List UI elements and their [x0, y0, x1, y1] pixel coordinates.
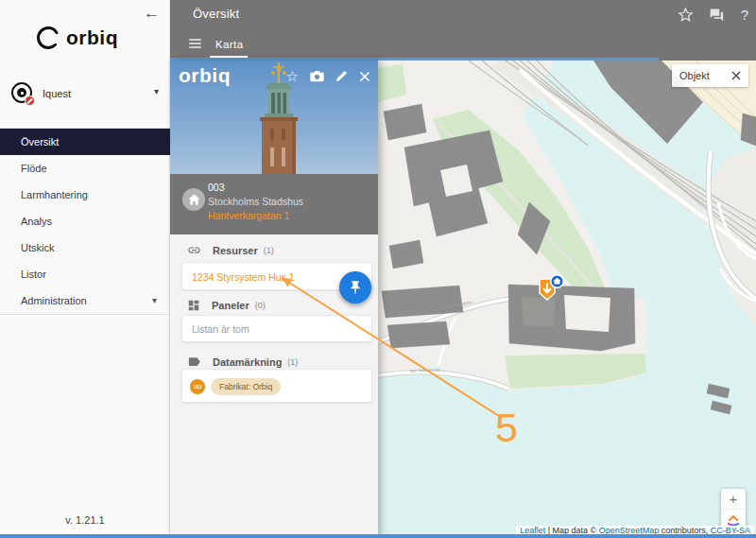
section-count: (1): [287, 357, 298, 367]
blocked-badge-icon: [25, 95, 35, 106]
tab-bar: Karta: [170, 28, 756, 61]
help-icon[interactable]: ?: [741, 0, 748, 28]
close-icon[interactable]: [731, 71, 741, 80]
favorite-star-icon[interactable]: [678, 0, 694, 28]
sidebar-item-label: Översikt: [21, 136, 59, 148]
sidebar-item-label: Analys: [21, 216, 52, 227]
close-icon[interactable]: [359, 71, 370, 82]
object-summary-band: 003 Stockholms Stadshus Hantverkargatan …: [170, 174, 378, 234]
fabrikat-chip[interactable]: Fabrikat: Orbiq: [211, 378, 281, 395]
brand-wordmark: orbiq: [66, 26, 118, 49]
datatags-section-header: Datamärkning (1): [187, 355, 298, 369]
sidebar-item-flode[interactable]: Flöde: [0, 155, 170, 182]
object-id: 003: [208, 182, 225, 193]
sidebar-item-oversikt[interactable]: Översikt: [0, 129, 170, 155]
link-icon: [187, 243, 201, 257]
sidebar-menu: Översikt Flöde Larmhantering Analys Utsk…: [0, 128, 170, 315]
pin-fab-button[interactable]: [339, 271, 371, 304]
brand-logo: orbiq: [36, 26, 118, 50]
tag-link-icon: [190, 379, 205, 394]
app-version: v. 1.21.1: [0, 514, 170, 526]
resource-link[interactable]: 1234 Styrsystem Hus 1: [192, 271, 295, 283]
app-window: Hantverkargatan Norr Mälarstrand Objekt …: [0, 0, 756, 538]
favorite-star-icon[interactable]: ☆: [286, 69, 299, 83]
pushpin-icon: [348, 280, 363, 295]
section-title: Paneler: [212, 300, 249, 311]
home-icon: [188, 194, 200, 205]
section-count: (1): [264, 246, 274, 255]
panels-empty-card: Listan är tom: [181, 315, 372, 342]
label-tag-icon: [187, 355, 201, 369]
section-title: Datamärkning: [213, 356, 282, 368]
top-app-bar: Översikt ?: [170, 0, 756, 28]
object-photo: orbiq ☆: [170, 61, 378, 174]
section-title: Resurser: [213, 245, 258, 256]
edit-pencil-icon[interactable]: [335, 70, 348, 82]
sidebar-item-label: Flöde: [21, 163, 47, 174]
window-bottom-border: [0, 534, 756, 538]
page-title: Översikt: [193, 0, 239, 28]
account-selector[interactable]: Iquest ▾: [0, 79, 170, 113]
chevron-down-icon: ▾: [154, 86, 159, 96]
sidebar-item-label: Administration: [21, 295, 87, 306]
panel-brand-logo: orbiq: [179, 64, 231, 87]
map-zoom-control: +: [721, 489, 746, 530]
empty-list-text: Listan är tom: [192, 323, 249, 335]
sidebar-item-label: Listor: [21, 269, 46, 280]
objekt-layer-button[interactable]: Objekt: [672, 64, 748, 87]
object-detail-panel: orbiq ☆ 003 Stockholms Stadshus Hantverk…: [170, 61, 378, 538]
map-canvas[interactable]: Hantverkargatan Norr Mälarstrand: [378, 61, 756, 538]
building-avatar: [182, 188, 205, 211]
panels-section-header: Paneler (0): [187, 298, 266, 312]
object-address-link[interactable]: Hantverkargatan 1: [208, 210, 289, 221]
zoom-in-button[interactable]: +: [721, 489, 746, 510]
objekt-label: Objekt: [679, 70, 731, 81]
object-name: Stockholms Stadshus: [208, 196, 303, 207]
dashboard-icon: [187, 299, 200, 312]
messages-icon[interactable]: [709, 0, 724, 28]
resources-section-header: Resurser (1): [187, 243, 274, 257]
sidebar: ← orbiq Iquest ▾ Översikt Flöde Larmhant…: [0, 0, 170, 538]
section-count: (0): [255, 301, 266, 310]
orbiq-ring-icon: [36, 26, 60, 50]
chevron-down-icon: ▾: [152, 287, 157, 314]
collapse-sidebar-arrow-icon[interactable]: ←: [144, 4, 160, 23]
camera-icon[interactable]: [310, 70, 324, 82]
datatag-card: Fabrikat: Orbiq: [181, 369, 372, 403]
sidebar-item-larmhantering[interactable]: Larmhantering: [0, 182, 170, 208]
sidebar-item-label: Larmhantering: [21, 189, 88, 200]
sidebar-item-utskick[interactable]: Utskick: [0, 234, 170, 261]
sidebar-item-analys[interactable]: Analys: [0, 208, 170, 234]
sidebar-item-listor[interactable]: Listor: [0, 261, 170, 287]
account-name: Iquest: [43, 88, 71, 99]
sidebar-item-administration[interactable]: Administration▾: [0, 287, 170, 314]
tab-list-icon[interactable]: [189, 39, 201, 48]
account-avatar-icon: [11, 82, 32, 103]
sidebar-item-label: Utskick: [21, 242, 54, 253]
